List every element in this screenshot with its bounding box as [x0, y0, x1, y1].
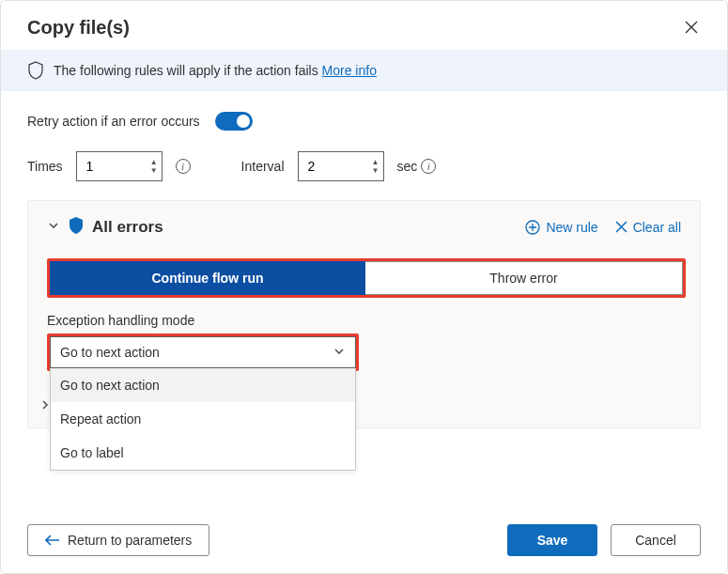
times-input-wrap: ▲ ▼	[76, 151, 163, 181]
times-label: Times	[27, 159, 63, 174]
chevron-right-icon	[39, 399, 51, 411]
info-banner: The following rules will apply if the ac…	[1, 50, 727, 91]
chevron-up-icon[interactable]: ▲	[372, 158, 379, 166]
close-icon	[615, 221, 627, 233]
dialog-title: Copy file(s)	[27, 17, 130, 39]
arrow-left-icon	[45, 534, 60, 547]
cancel-button[interactable]: Cancel	[611, 524, 701, 556]
times-input[interactable]	[77, 152, 162, 180]
all-errors-title: All errors	[92, 218, 163, 237]
exception-mode-value: Go to next action	[60, 345, 160, 360]
clear-all-button[interactable]: Clear all	[615, 220, 681, 235]
return-to-parameters-button[interactable]: Return to parameters	[27, 524, 209, 556]
exception-mode-select[interactable]: Go to next action	[50, 336, 356, 368]
collapse-toggle[interactable]	[47, 219, 60, 235]
new-rule-label: New rule	[546, 220, 597, 235]
shield-icon	[27, 61, 44, 80]
times-spinner[interactable]: ▲ ▼	[150, 152, 158, 180]
info-icon[interactable]: i	[176, 159, 191, 174]
clear-all-label: Clear all	[633, 220, 681, 235]
close-button[interactable]	[678, 14, 705, 40]
info-icon[interactable]: i	[421, 159, 436, 174]
save-button[interactable]: Save	[507, 524, 597, 556]
interval-unit: sec	[397, 159, 418, 174]
interval-label: Interval	[241, 159, 285, 174]
tab-continue-flow-run[interactable]: Continue flow run	[50, 261, 365, 295]
chevron-down-icon	[333, 345, 346, 361]
exception-mode-label: Exception handling mode	[47, 313, 681, 328]
return-label: Return to parameters	[68, 533, 192, 548]
chevron-down-icon	[47, 219, 60, 232]
new-rule-button[interactable]: New rule	[525, 220, 597, 235]
chevron-down-icon[interactable]: ▼	[372, 166, 379, 175]
chevron-down-icon[interactable]: ▼	[150, 166, 158, 175]
exception-mode-dropdown: Go to next action Repeat action Go to la…	[50, 368, 356, 471]
banner-text: The following rules will apply if the ac…	[54, 63, 322, 78]
retry-label: Retry action if an error occurs	[27, 114, 200, 129]
close-icon	[685, 21, 698, 34]
tab-throw-error[interactable]: Throw error	[365, 261, 683, 295]
interval-input-wrap: ▲ ▼	[298, 151, 384, 181]
interval-input[interactable]	[299, 152, 383, 180]
expand-advanced[interactable]	[36, 396, 54, 414]
dropdown-option[interactable]: Repeat action	[51, 402, 355, 436]
plus-circle-icon	[525, 220, 540, 235]
more-info-link[interactable]: More info	[322, 63, 377, 78]
errors-panel: All errors New rule Clear all Continue f…	[27, 200, 701, 428]
dropdown-option[interactable]: Go to label	[51, 436, 355, 470]
retry-toggle[interactable]	[215, 112, 253, 131]
interval-spinner[interactable]: ▲ ▼	[372, 152, 379, 180]
chevron-up-icon[interactable]: ▲	[150, 158, 158, 166]
dropdown-option[interactable]: Go to next action	[51, 368, 355, 402]
shield-icon	[68, 216, 85, 238]
